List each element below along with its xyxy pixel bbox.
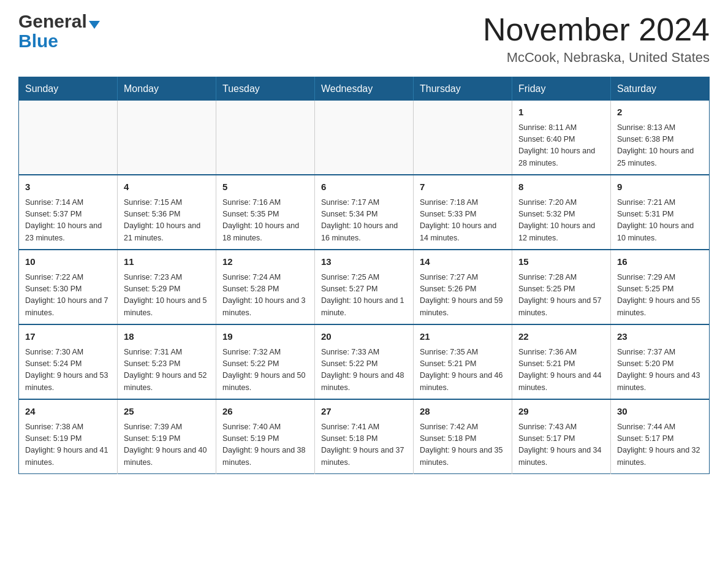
calendar-cell [414, 101, 512, 175]
day-info: Sunrise: 8:13 AM Sunset: 6:38 PM Dayligh… [617, 122, 703, 170]
day-number: 14 [420, 255, 506, 269]
day-info: Sunrise: 7:39 AM Sunset: 5:19 PM Dayligh… [124, 421, 210, 469]
week-row-1: 1Sunrise: 8:11 AM Sunset: 6:40 PM Daylig… [19, 101, 710, 175]
day-info: Sunrise: 7:25 AM Sunset: 5:27 PM Dayligh… [321, 272, 407, 320]
day-number: 11 [124, 255, 210, 269]
calendar-cell [315, 101, 414, 175]
calendar-cell: 25Sunrise: 7:39 AM Sunset: 5:19 PM Dayli… [118, 399, 216, 474]
logo-general: General [18, 12, 87, 31]
calendar-cell: 23Sunrise: 7:37 AM Sunset: 5:20 PM Dayli… [611, 324, 710, 399]
day-info: Sunrise: 7:36 AM Sunset: 5:21 PM Dayligh… [518, 347, 604, 394]
day-number: 8 [518, 180, 604, 194]
calendar-cell: 24Sunrise: 7:38 AM Sunset: 5:19 PM Dayli… [19, 399, 118, 474]
day-number: 1 [518, 105, 604, 120]
day-info: Sunrise: 7:44 AM Sunset: 5:17 PM Dayligh… [617, 421, 703, 469]
calendar-cell: 19Sunrise: 7:32 AM Sunset: 5:22 PM Dayli… [216, 324, 315, 399]
weekday-header-friday: Friday [512, 77, 611, 101]
week-row-2: 3Sunrise: 7:14 AM Sunset: 5:37 PM Daylig… [19, 175, 710, 250]
day-info: Sunrise: 8:11 AM Sunset: 6:40 PM Dayligh… [518, 122, 604, 170]
calendar-cell: 1Sunrise: 8:11 AM Sunset: 6:40 PM Daylig… [512, 101, 611, 175]
calendar-cell: 14Sunrise: 7:27 AM Sunset: 5:26 PM Dayli… [414, 250, 512, 324]
day-number: 17 [25, 330, 111, 344]
day-number: 18 [124, 330, 210, 344]
day-info: Sunrise: 7:18 AM Sunset: 5:33 PM Dayligh… [420, 197, 506, 245]
calendar-cell: 2Sunrise: 8:13 AM Sunset: 6:38 PM Daylig… [611, 101, 710, 175]
day-number: 13 [321, 255, 407, 269]
day-info: Sunrise: 7:33 AM Sunset: 5:22 PM Dayligh… [321, 347, 407, 394]
calendar-cell: 15Sunrise: 7:28 AM Sunset: 5:25 PM Dayli… [512, 250, 611, 324]
title-area: November 2024 McCook, Nebraska, United S… [483, 12, 710, 66]
day-info: Sunrise: 7:27 AM Sunset: 5:26 PM Dayligh… [420, 272, 506, 320]
day-number: 3 [25, 180, 111, 194]
day-number: 4 [124, 180, 210, 194]
calendar-cell: 18Sunrise: 7:31 AM Sunset: 5:23 PM Dayli… [118, 324, 216, 399]
day-number: 9 [617, 180, 703, 194]
calendar-table: SundayMondayTuesdayWednesdayThursdayFrid… [18, 77, 710, 474]
day-number: 10 [25, 255, 111, 269]
day-info: Sunrise: 7:20 AM Sunset: 5:32 PM Dayligh… [518, 197, 604, 245]
weekday-header-thursday: Thursday [414, 77, 512, 101]
calendar-cell: 30Sunrise: 7:44 AM Sunset: 5:17 PM Dayli… [611, 399, 710, 474]
calendar-cell [118, 101, 216, 175]
weekday-header-sunday: Sunday [19, 77, 118, 101]
day-number: 25 [124, 405, 210, 419]
day-number: 5 [222, 180, 308, 194]
calendar-cell: 10Sunrise: 7:22 AM Sunset: 5:30 PM Dayli… [19, 250, 118, 324]
day-number: 6 [321, 180, 407, 194]
weekday-header-tuesday: Tuesday [216, 77, 315, 101]
day-info: Sunrise: 7:37 AM Sunset: 5:20 PM Dayligh… [617, 347, 703, 394]
calendar-cell [216, 101, 315, 175]
week-row-5: 24Sunrise: 7:38 AM Sunset: 5:19 PM Dayli… [19, 399, 710, 474]
day-info: Sunrise: 7:35 AM Sunset: 5:21 PM Dayligh… [420, 347, 506, 394]
day-info: Sunrise: 7:30 AM Sunset: 5:24 PM Dayligh… [25, 347, 111, 394]
day-number: 28 [420, 405, 506, 419]
calendar-cell: 12Sunrise: 7:24 AM Sunset: 5:28 PM Dayli… [216, 250, 315, 324]
calendar-cell: 28Sunrise: 7:42 AM Sunset: 5:18 PM Dayli… [414, 399, 512, 474]
day-info: Sunrise: 7:28 AM Sunset: 5:25 PM Dayligh… [518, 272, 604, 320]
calendar-cell: 3Sunrise: 7:14 AM Sunset: 5:37 PM Daylig… [19, 175, 118, 250]
day-info: Sunrise: 7:15 AM Sunset: 5:36 PM Dayligh… [124, 197, 210, 245]
calendar-cell: 7Sunrise: 7:18 AM Sunset: 5:33 PM Daylig… [414, 175, 512, 250]
day-info: Sunrise: 7:21 AM Sunset: 5:31 PM Dayligh… [617, 197, 703, 245]
calendar-cell [19, 101, 118, 175]
day-number: 20 [321, 330, 407, 344]
day-number: 19 [222, 330, 308, 344]
weekday-header-row: SundayMondayTuesdayWednesdayThursdayFrid… [19, 77, 710, 101]
calendar-cell: 4Sunrise: 7:15 AM Sunset: 5:36 PM Daylig… [118, 175, 216, 250]
day-info: Sunrise: 7:23 AM Sunset: 5:29 PM Dayligh… [124, 272, 210, 320]
calendar-cell: 26Sunrise: 7:40 AM Sunset: 5:19 PM Dayli… [216, 399, 315, 474]
calendar-cell: 6Sunrise: 7:17 AM Sunset: 5:34 PM Daylig… [315, 175, 414, 250]
day-info: Sunrise: 7:32 AM Sunset: 5:22 PM Dayligh… [222, 347, 308, 394]
page-header: General Blue November 2024 McCook, Nebra… [18, 12, 710, 66]
page-subtitle: McCook, Nebraska, United States [483, 50, 710, 66]
day-info: Sunrise: 7:40 AM Sunset: 5:19 PM Dayligh… [222, 421, 308, 469]
logo-blue: Blue [18, 32, 58, 50]
day-info: Sunrise: 7:41 AM Sunset: 5:18 PM Dayligh… [321, 421, 407, 469]
day-info: Sunrise: 7:24 AM Sunset: 5:28 PM Dayligh… [222, 272, 308, 320]
calendar-cell: 17Sunrise: 7:30 AM Sunset: 5:24 PM Dayli… [19, 324, 118, 399]
day-number: 15 [518, 255, 604, 269]
calendar-cell: 16Sunrise: 7:29 AM Sunset: 5:25 PM Dayli… [611, 250, 710, 324]
day-number: 21 [420, 330, 506, 344]
day-number: 26 [222, 405, 308, 419]
day-number: 16 [617, 255, 703, 269]
day-number: 2 [617, 105, 703, 120]
day-number: 23 [617, 330, 703, 344]
day-info: Sunrise: 7:14 AM Sunset: 5:37 PM Dayligh… [25, 197, 111, 245]
day-info: Sunrise: 7:38 AM Sunset: 5:19 PM Dayligh… [25, 421, 111, 469]
week-row-3: 10Sunrise: 7:22 AM Sunset: 5:30 PM Dayli… [19, 250, 710, 324]
week-row-4: 17Sunrise: 7:30 AM Sunset: 5:24 PM Dayli… [19, 324, 710, 399]
day-info: Sunrise: 7:16 AM Sunset: 5:35 PM Dayligh… [222, 197, 308, 245]
logo-triangle-icon [89, 21, 100, 29]
page-title: November 2024 [483, 12, 710, 47]
weekday-header-saturday: Saturday [611, 77, 710, 101]
calendar-cell: 8Sunrise: 7:20 AM Sunset: 5:32 PM Daylig… [512, 175, 611, 250]
calendar-cell: 29Sunrise: 7:43 AM Sunset: 5:17 PM Dayli… [512, 399, 611, 474]
day-number: 30 [617, 405, 703, 419]
day-number: 27 [321, 405, 407, 419]
day-info: Sunrise: 7:22 AM Sunset: 5:30 PM Dayligh… [25, 272, 111, 320]
day-info: Sunrise: 7:43 AM Sunset: 5:17 PM Dayligh… [518, 421, 604, 469]
day-info: Sunrise: 7:17 AM Sunset: 5:34 PM Dayligh… [321, 197, 407, 245]
calendar-cell: 13Sunrise: 7:25 AM Sunset: 5:27 PM Dayli… [315, 250, 414, 324]
calendar-cell: 11Sunrise: 7:23 AM Sunset: 5:29 PM Dayli… [118, 250, 216, 324]
